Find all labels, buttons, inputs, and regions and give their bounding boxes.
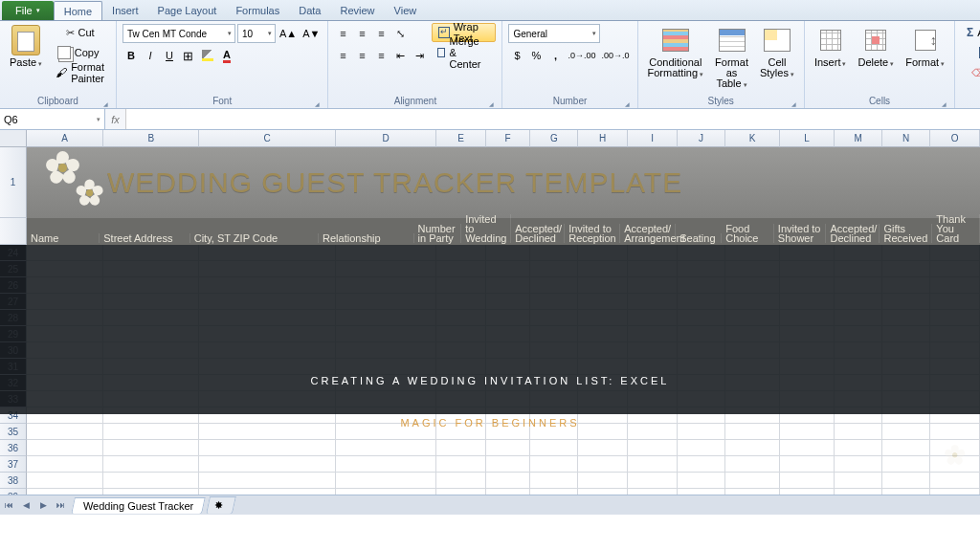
cell[interactable] xyxy=(103,456,199,473)
cell[interactable] xyxy=(882,424,930,440)
cell[interactable] xyxy=(486,375,530,391)
row-header-28[interactable]: 28 xyxy=(0,310,27,326)
indent-inc-button[interactable]: ⇥ xyxy=(411,46,428,65)
cell[interactable] xyxy=(486,277,530,294)
cell[interactable] xyxy=(678,245,725,261)
cell[interactable] xyxy=(199,326,336,342)
cell[interactable] xyxy=(628,473,678,489)
italic-button[interactable]: I xyxy=(142,46,159,65)
cell[interactable] xyxy=(199,424,336,440)
cell[interactable] xyxy=(628,424,678,440)
cell[interactable] xyxy=(103,342,199,359)
cell[interactable] xyxy=(27,277,103,294)
row-header-33[interactable]: 33 xyxy=(0,391,27,407)
align-top-button[interactable]: ≡ xyxy=(334,24,351,43)
format-as-table-button[interactable]: Format as Table xyxy=(711,23,752,92)
sheet-nav-first[interactable]: ⏮ xyxy=(0,496,17,514)
cell[interactable] xyxy=(882,294,930,310)
cell[interactable] xyxy=(336,342,436,359)
cell[interactable] xyxy=(336,294,436,310)
cell[interactable] xyxy=(882,261,930,277)
cell[interactable] xyxy=(835,277,882,294)
cell[interactable] xyxy=(486,391,530,407)
cell[interactable] xyxy=(835,342,882,359)
cell[interactable] xyxy=(835,261,882,277)
cell[interactable] xyxy=(628,456,678,473)
cell[interactable] xyxy=(336,310,436,326)
cell[interactable] xyxy=(103,277,199,294)
cell[interactable] xyxy=(930,245,980,261)
paste-button[interactable]: Paste xyxy=(6,23,46,71)
cell[interactable] xyxy=(578,440,628,456)
delete-cells-button[interactable]: Delete xyxy=(854,23,898,71)
cell[interactable] xyxy=(436,342,486,359)
cell[interactable] xyxy=(436,440,486,456)
cell[interactable] xyxy=(628,294,678,310)
cell[interactable] xyxy=(436,391,486,407)
currency-button[interactable]: $ xyxy=(508,46,525,65)
cell[interactable] xyxy=(336,326,436,342)
col-header-K[interactable]: K xyxy=(725,130,780,147)
cell[interactable] xyxy=(628,245,678,261)
cell[interactable] xyxy=(780,440,835,456)
row-header-24[interactable]: 24 xyxy=(0,245,27,261)
cell[interactable] xyxy=(578,359,628,375)
cell[interactable] xyxy=(780,310,835,326)
cell[interactable] xyxy=(486,424,530,440)
comma-button[interactable]: , xyxy=(546,46,564,65)
cell[interactable] xyxy=(835,407,882,424)
cell[interactable] xyxy=(725,261,780,277)
row-header-37[interactable]: 37 xyxy=(0,456,27,473)
cell[interactable] xyxy=(678,310,725,326)
cell[interactable] xyxy=(486,310,530,326)
number-format-select[interactable]: General xyxy=(508,24,600,43)
cell[interactable] xyxy=(882,440,930,456)
cell[interactable] xyxy=(103,473,199,489)
cell[interactable] xyxy=(725,375,780,391)
cell[interactable] xyxy=(780,277,835,294)
cell[interactable] xyxy=(578,294,628,310)
ribbon-tab-data[interactable]: Data xyxy=(289,1,330,20)
cell[interactable] xyxy=(835,473,882,489)
font-color-button[interactable]: A xyxy=(218,46,235,65)
cell[interactable] xyxy=(199,342,336,359)
cell[interactable] xyxy=(835,326,882,342)
cell[interactable] xyxy=(103,391,199,407)
cell[interactable] xyxy=(578,375,628,391)
font-name-select[interactable]: Tw Cen MT Conde xyxy=(122,24,235,43)
cell[interactable] xyxy=(930,261,980,277)
align-right-button[interactable]: ≡ xyxy=(372,46,390,65)
row-header-30[interactable]: 30 xyxy=(0,342,27,359)
align-center-button[interactable]: ≡ xyxy=(353,46,370,65)
cell[interactable] xyxy=(882,342,930,359)
cell[interactable] xyxy=(199,407,336,424)
cell[interactable] xyxy=(27,424,103,440)
cell[interactable] xyxy=(780,375,835,391)
cell[interactable] xyxy=(336,473,436,489)
cell[interactable] xyxy=(628,375,678,391)
cell[interactable] xyxy=(930,294,980,310)
cell[interactable] xyxy=(530,261,578,277)
cell[interactable] xyxy=(436,359,486,375)
cell[interactable] xyxy=(835,245,882,261)
formula-input[interactable] xyxy=(126,109,980,129)
file-tab[interactable]: File xyxy=(2,1,54,20)
cell[interactable] xyxy=(27,326,103,342)
cell[interactable] xyxy=(780,261,835,277)
sheet-nav-last[interactable]: ⏭ xyxy=(52,496,69,514)
cell[interactable] xyxy=(930,440,980,456)
cell[interactable] xyxy=(336,261,436,277)
cell[interactable] xyxy=(530,245,578,261)
cell[interactable] xyxy=(930,359,980,375)
indent-dec-button[interactable]: ⇤ xyxy=(391,46,409,65)
cell[interactable] xyxy=(678,473,725,489)
row-header-31[interactable]: 31 xyxy=(0,359,27,375)
cell[interactable] xyxy=(103,407,199,424)
autosum-button[interactable]: AutoSum xyxy=(961,23,980,42)
cell[interactable] xyxy=(436,407,486,424)
cell[interactable] xyxy=(199,245,336,261)
cell[interactable] xyxy=(725,310,780,326)
cell[interactable] xyxy=(103,359,199,375)
merge-center-button[interactable]: Merge & Center xyxy=(432,43,496,62)
cell[interactable] xyxy=(103,326,199,342)
